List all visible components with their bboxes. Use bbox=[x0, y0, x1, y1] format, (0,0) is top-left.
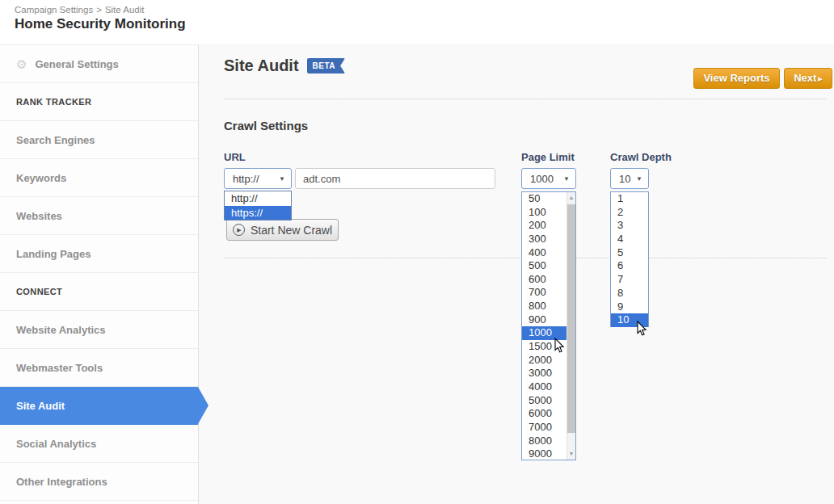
sidebar-item-website-analytics[interactable]: Website Analytics bbox=[0, 311, 198, 349]
sidebar-item-keywords[interactable]: Keywords bbox=[0, 159, 198, 197]
beta-badge: BETA bbox=[307, 58, 345, 74]
sidebar-item-label: Social Analytics bbox=[16, 438, 96, 450]
main-title: Site AuditBETA bbox=[224, 57, 345, 75]
crawl-depth-option[interactable]: 2 bbox=[611, 206, 648, 220]
start-new-crawl-label: Start New Crawl bbox=[251, 224, 332, 237]
sidebar-item-label: Other Integrations bbox=[16, 476, 107, 488]
page-limit-options: 50 100 200 300 400 500 600 700 800 900 1… bbox=[522, 192, 567, 461]
top-header: Campaign Settings>Site Audit Home Securi… bbox=[0, 0, 834, 44]
next-arrow-icon: ▸ bbox=[818, 74, 823, 83]
page-limit-option[interactable]: 9000 bbox=[522, 447, 567, 461]
page-limit-option[interactable]: 200 bbox=[522, 219, 567, 233]
page-limit-option[interactable]: 50 bbox=[522, 192, 567, 206]
scroll-up-icon[interactable]: ▲ bbox=[567, 192, 575, 204]
page-limit-option[interactable]: 7000 bbox=[522, 421, 567, 435]
sidebar-item-label: Webmaster Tools bbox=[16, 362, 103, 374]
page-limit-option[interactable]: 500 bbox=[522, 259, 567, 273]
crawl-depth-option[interactable]: 6 bbox=[611, 259, 648, 273]
sidebar-item-site-audit[interactable]: Site Audit bbox=[0, 387, 198, 425]
caret-down-icon: ▼ bbox=[279, 175, 285, 183]
mouse-cursor bbox=[637, 321, 647, 337]
page-title: Home Security Monitoring bbox=[15, 16, 186, 32]
main-content: Site AuditBETA View Reports Next▸ Crawl … bbox=[199, 44, 834, 504]
sidebar-item-label: Landing Pages bbox=[16, 248, 91, 260]
protocol-select-value: http:// bbox=[233, 173, 259, 185]
crawl-depth-option[interactable]: 5 bbox=[611, 246, 648, 260]
sidebar-section-label: CONNECT bbox=[16, 287, 62, 296]
sidebar-item-general-settings[interactable]: ⚙ General Settings bbox=[0, 45, 198, 83]
page-limit-option[interactable]: 700 bbox=[522, 286, 567, 300]
sidebar-section-connect: CONNECT bbox=[0, 273, 198, 311]
next-button[interactable]: Next▸ bbox=[784, 68, 832, 89]
crawl-depth-option[interactable]: 8 bbox=[611, 287, 648, 300]
crawl-depth-option[interactable]: 1 bbox=[611, 192, 648, 206]
page-limit-option[interactable]: 100 bbox=[522, 206, 567, 220]
sidebar-section-rank-tracker: RANK TRACKER bbox=[0, 83, 198, 121]
caret-down-icon: ▼ bbox=[563, 175, 570, 183]
crawl-depth-option[interactable]: 9 bbox=[611, 300, 648, 314]
page-limit-scrollbar[interactable]: ▲ ▼ bbox=[567, 192, 575, 460]
page-limit-option[interactable]: 2000 bbox=[522, 354, 567, 368]
protocol-dropdown-list: http:// https:// bbox=[224, 191, 292, 220]
crawl-depth-option[interactable]: 3 bbox=[611, 219, 648, 233]
crawl-settings-title: Crawl Settings bbox=[224, 119, 308, 132]
mouse-cursor bbox=[554, 338, 565, 354]
breadcrumb-separator: > bbox=[96, 5, 102, 15]
main-title-text: Site Audit bbox=[224, 57, 299, 74]
crawl-depth-dropdown-list: 1 2 3 4 5 6 7 8 9 10 bbox=[610, 191, 649, 327]
breadcrumb: Campaign Settings>Site Audit bbox=[15, 5, 144, 15]
sidebar-item-label: Site Audit bbox=[16, 400, 65, 412]
page-limit-dropdown-list: 50 100 200 300 400 500 600 700 800 900 1… bbox=[521, 191, 576, 460]
sidebar-item-webmaster-tools[interactable]: Webmaster Tools bbox=[0, 349, 198, 387]
page-limit-option[interactable]: 8000 bbox=[522, 435, 567, 448]
url-label: URL bbox=[224, 151, 246, 163]
page-limit-option[interactable]: 4000 bbox=[522, 380, 567, 394]
crawl-depth-option[interactable]: 7 bbox=[611, 273, 648, 287]
crawl-depth-label: Crawl Depth bbox=[610, 151, 672, 163]
sidebar-item-label: General Settings bbox=[35, 58, 118, 70]
breadcrumb-current: Site Audit bbox=[105, 5, 145, 15]
gear-icon: ⚙ bbox=[16, 58, 27, 70]
page-limit-option[interactable]: 800 bbox=[522, 300, 567, 313]
crawl-depth-select-value: 10 bbox=[619, 173, 630, 185]
scroll-down-icon[interactable]: ▼ bbox=[567, 448, 575, 460]
sidebar-item-label: Keywords bbox=[16, 172, 66, 184]
sidebar-item-label: Website Analytics bbox=[16, 324, 106, 336]
page-limit-option[interactable]: 300 bbox=[522, 233, 567, 246]
sidebar: ⚙ General Settings RANK TRACKER Search E… bbox=[0, 44, 199, 504]
page-limit-select[interactable]: 1000 ▼ bbox=[521, 168, 576, 189]
scrollbar-thumb[interactable] bbox=[567, 204, 575, 433]
url-input-value: adt.com bbox=[303, 173, 340, 185]
crawl-depth-option[interactable]: 4 bbox=[611, 233, 648, 246]
sidebar-item-label: Websites bbox=[16, 210, 62, 222]
sidebar-item-social-analytics[interactable]: Social Analytics bbox=[0, 425, 198, 463]
caret-down-icon: ▼ bbox=[636, 175, 642, 183]
protocol-option[interactable]: https:// bbox=[225, 206, 291, 220]
page-limit-select-value: 1000 bbox=[530, 173, 554, 185]
page-limit-option[interactable]: 5000 bbox=[522, 394, 567, 408]
divider bbox=[224, 99, 826, 99]
crawl-depth-select[interactable]: 10 ▼ bbox=[610, 168, 649, 189]
sidebar-item-landing-pages[interactable]: Landing Pages bbox=[0, 235, 198, 273]
url-input[interactable]: adt.com bbox=[295, 168, 495, 189]
page-limit-label: Page Limit bbox=[521, 151, 575, 163]
page-limit-option[interactable]: 900 bbox=[522, 313, 567, 327]
page-limit-option[interactable]: 3000 bbox=[522, 367, 567, 380]
next-button-label: Next bbox=[794, 72, 816, 84]
sidebar-item-label: Search Engines bbox=[16, 134, 95, 146]
sidebar-item-websites[interactable]: Websites bbox=[0, 197, 198, 235]
page-limit-option[interactable]: 400 bbox=[522, 246, 567, 260]
sidebar-item-other-integrations[interactable]: Other Integrations bbox=[0, 463, 198, 501]
protocol-option[interactable]: http:// bbox=[225, 191, 291, 206]
protocol-select[interactable]: http:// ▼ bbox=[224, 168, 292, 189]
view-reports-button[interactable]: View Reports bbox=[693, 68, 780, 89]
sidebar-section-label: RANK TRACKER bbox=[16, 97, 91, 107]
play-icon: ▶ bbox=[233, 224, 245, 236]
start-new-crawl-button[interactable]: ▶ Start New Crawl bbox=[226, 219, 339, 241]
breadcrumb-path[interactable]: Campaign Settings bbox=[15, 5, 93, 15]
sidebar-item-search-engines[interactable]: Search Engines bbox=[0, 121, 198, 159]
page-limit-option[interactable]: 600 bbox=[522, 273, 567, 287]
page-limit-option[interactable]: 6000 bbox=[522, 407, 567, 421]
